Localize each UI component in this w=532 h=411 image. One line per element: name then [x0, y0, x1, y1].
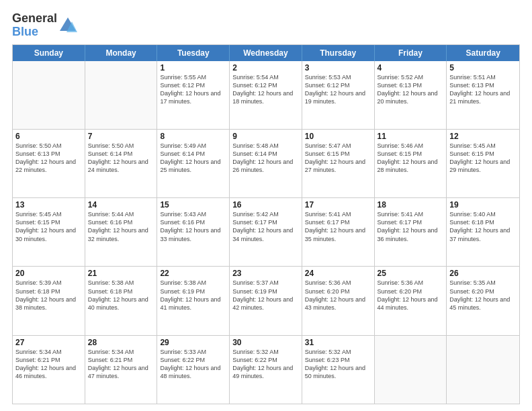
calendar-cell: 15Sunrise: 5:43 AM Sunset: 6:16 PM Dayli… [157, 198, 230, 266]
calendar-cell: 29Sunrise: 5:33 AM Sunset: 6:22 PM Dayli… [157, 336, 230, 404]
header-cell-saturday: Saturday [447, 45, 519, 61]
day-number: 5 [449, 63, 517, 73]
day-info: Sunrise: 5:53 AM Sunset: 6:12 PM Dayligh… [305, 73, 371, 106]
calendar-cell: 4Sunrise: 5:52 AM Sunset: 6:13 PM Daylig… [375, 61, 447, 129]
calendar-cell: 30Sunrise: 5:32 AM Sunset: 6:22 PM Dayli… [230, 336, 302, 404]
header-cell-thursday: Thursday [302, 45, 375, 61]
day-number: 31 [305, 338, 371, 347]
day-info: Sunrise: 5:38 AM Sunset: 6:19 PM Dayligh… [160, 279, 226, 312]
day-number: 27 [15, 338, 82, 347]
calendar-cell: 9Sunrise: 5:48 AM Sunset: 6:14 PM Daylig… [230, 130, 302, 197]
calendar-cell: 7Sunrise: 5:50 AM Sunset: 6:14 PM Daylig… [85, 130, 158, 197]
day-number: 25 [378, 269, 444, 278]
logo-blue: Blue [12, 25, 38, 38]
day-info: Sunrise: 5:42 AM Sunset: 6:17 PM Dayligh… [232, 210, 299, 243]
calendar-cell: 12Sunrise: 5:45 AM Sunset: 6:15 PM Dayli… [447, 130, 519, 197]
day-number: 13 [15, 200, 82, 210]
day-info: Sunrise: 5:51 AM Sunset: 6:13 PM Dayligh… [449, 73, 517, 106]
day-info: Sunrise: 5:38 AM Sunset: 6:18 PM Dayligh… [88, 279, 154, 312]
calendar-row-3: 20Sunrise: 5:39 AM Sunset: 6:18 PM Dayli… [13, 266, 519, 334]
calendar-cell: 11Sunrise: 5:46 AM Sunset: 6:15 PM Dayli… [375, 130, 447, 197]
day-number: 3 [305, 63, 371, 73]
calendar-cell: 5Sunrise: 5:51 AM Sunset: 6:13 PM Daylig… [447, 61, 519, 129]
calendar-cell: 1Sunrise: 5:55 AM Sunset: 6:12 PM Daylig… [157, 61, 230, 129]
day-info: Sunrise: 5:41 AM Sunset: 6:17 PM Dayligh… [305, 210, 371, 243]
day-info: Sunrise: 5:35 AM Sunset: 6:20 PM Dayligh… [449, 279, 517, 312]
day-info: Sunrise: 5:50 AM Sunset: 6:13 PM Dayligh… [15, 142, 82, 175]
day-info: Sunrise: 5:34 AM Sunset: 6:21 PM Dayligh… [15, 348, 82, 381]
calendar-cell: 31Sunrise: 5:32 AM Sunset: 6:23 PM Dayli… [302, 336, 375, 404]
calendar-cell: 28Sunrise: 5:34 AM Sunset: 6:21 PM Dayli… [85, 336, 158, 404]
header-cell-sunday: Sunday [13, 45, 85, 61]
day-info: Sunrise: 5:45 AM Sunset: 6:15 PM Dayligh… [15, 210, 82, 243]
day-info: Sunrise: 5:32 AM Sunset: 6:23 PM Dayligh… [305, 348, 371, 381]
calendar-cell: 22Sunrise: 5:38 AM Sunset: 6:19 PM Dayli… [157, 267, 230, 334]
day-number: 26 [449, 269, 517, 278]
day-number: 8 [160, 132, 226, 141]
day-number: 11 [378, 132, 444, 141]
day-info: Sunrise: 5:50 AM Sunset: 6:14 PM Dayligh… [88, 142, 154, 175]
calendar-cell: 6Sunrise: 5:50 AM Sunset: 6:13 PM Daylig… [13, 130, 85, 197]
day-info: Sunrise: 5:34 AM Sunset: 6:21 PM Dayligh… [88, 348, 154, 381]
day-number: 2 [232, 63, 299, 73]
calendar-cell: 26Sunrise: 5:35 AM Sunset: 6:20 PM Dayli… [447, 267, 519, 334]
calendar-cell: 2Sunrise: 5:54 AM Sunset: 6:12 PM Daylig… [230, 61, 302, 129]
day-number: 17 [305, 200, 371, 210]
calendar-header: SundayMondayTuesdayWednesdayThursdayFrid… [13, 45, 519, 61]
day-number: 16 [232, 200, 299, 210]
day-info: Sunrise: 5:37 AM Sunset: 6:19 PM Dayligh… [232, 279, 299, 312]
day-info: Sunrise: 5:52 AM Sunset: 6:13 PM Dayligh… [378, 73, 444, 106]
day-number: 20 [15, 269, 82, 278]
calendar-cell: 13Sunrise: 5:45 AM Sunset: 6:15 PM Dayli… [13, 198, 85, 266]
calendar-cell: 3Sunrise: 5:53 AM Sunset: 6:12 PM Daylig… [302, 61, 375, 129]
day-info: Sunrise: 5:49 AM Sunset: 6:14 PM Dayligh… [160, 142, 226, 175]
day-info: Sunrise: 5:55 AM Sunset: 6:12 PM Dayligh… [160, 73, 226, 106]
day-info: Sunrise: 5:39 AM Sunset: 6:18 PM Dayligh… [15, 279, 82, 312]
logo-icon [58, 16, 77, 35]
day-number: 15 [160, 200, 226, 210]
calendar-cell: 19Sunrise: 5:40 AM Sunset: 6:18 PM Dayli… [447, 198, 519, 266]
day-number: 9 [232, 132, 299, 141]
day-info: Sunrise: 5:32 AM Sunset: 6:22 PM Dayligh… [232, 348, 299, 381]
header-cell-friday: Friday [375, 45, 447, 61]
header-cell-monday: Monday [85, 45, 158, 61]
day-number: 24 [305, 269, 371, 278]
calendar-cell: 16Sunrise: 5:42 AM Sunset: 6:17 PM Dayli… [230, 198, 302, 266]
day-number: 6 [15, 132, 82, 141]
day-number: 28 [88, 338, 154, 347]
calendar-cell [85, 61, 158, 129]
day-info: Sunrise: 5:36 AM Sunset: 6:20 PM Dayligh… [305, 279, 371, 312]
day-number: 10 [305, 132, 371, 141]
logo-text: GeneralBlue [12, 12, 57, 39]
day-info: Sunrise: 5:46 AM Sunset: 6:15 PM Dayligh… [378, 142, 444, 175]
calendar-cell: 14Sunrise: 5:44 AM Sunset: 6:16 PM Dayli… [85, 198, 158, 266]
header-cell-tuesday: Tuesday [157, 45, 230, 61]
calendar-cell: 20Sunrise: 5:39 AM Sunset: 6:18 PM Dayli… [13, 267, 85, 334]
day-info: Sunrise: 5:40 AM Sunset: 6:18 PM Dayligh… [449, 210, 517, 243]
day-number: 21 [88, 269, 154, 278]
calendar-cell: 18Sunrise: 5:41 AM Sunset: 6:17 PM Dayli… [375, 198, 447, 266]
calendar-row-4: 27Sunrise: 5:34 AM Sunset: 6:21 PM Dayli… [13, 335, 519, 404]
day-number: 14 [88, 200, 154, 210]
day-number: 7 [88, 132, 154, 141]
calendar-body: 1Sunrise: 5:55 AM Sunset: 6:12 PM Daylig… [13, 61, 519, 404]
calendar-cell [375, 336, 447, 404]
day-info: Sunrise: 5:41 AM Sunset: 6:17 PM Dayligh… [378, 210, 444, 243]
day-info: Sunrise: 5:48 AM Sunset: 6:14 PM Dayligh… [232, 142, 299, 175]
calendar-cell: 24Sunrise: 5:36 AM Sunset: 6:20 PM Dayli… [302, 267, 375, 334]
calendar-cell: 23Sunrise: 5:37 AM Sunset: 6:19 PM Dayli… [230, 267, 302, 334]
day-number: 23 [232, 269, 299, 278]
calendar-row-0: 1Sunrise: 5:55 AM Sunset: 6:12 PM Daylig… [13, 61, 519, 129]
day-number: 19 [449, 200, 517, 210]
page: GeneralBlue SundayMondayTuesdayWednesday… [0, 0, 532, 411]
calendar: SundayMondayTuesdayWednesdayThursdayFrid… [12, 44, 520, 404]
day-number: 12 [449, 132, 517, 141]
day-number: 1 [160, 63, 226, 73]
calendar-cell [13, 61, 85, 129]
calendar-cell [447, 336, 519, 404]
day-info: Sunrise: 5:36 AM Sunset: 6:20 PM Dayligh… [378, 279, 444, 312]
day-info: Sunrise: 5:43 AM Sunset: 6:16 PM Dayligh… [160, 210, 226, 243]
day-info: Sunrise: 5:33 AM Sunset: 6:22 PM Dayligh… [160, 348, 226, 381]
header: GeneralBlue [12, 12, 520, 39]
calendar-row-2: 13Sunrise: 5:45 AM Sunset: 6:15 PM Dayli… [13, 197, 519, 266]
